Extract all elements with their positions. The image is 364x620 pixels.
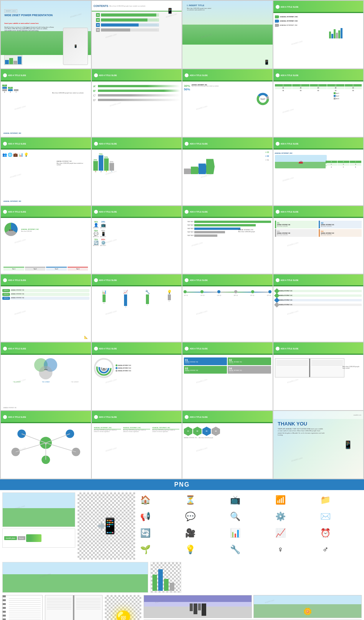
png-small-photos: asadal.com 🌼 asadal.com 🚗: [144, 595, 362, 620]
png-lightbulb: 💡: [105, 595, 141, 620]
slide-08-legend: Item 1 Item 2 Item 3: [334, 92, 361, 100]
slide-07-text-blocks: ASADAL INTERNET, INC More than 3,000,000…: [192, 84, 271, 91]
slide-15-avatar: [185, 210, 189, 214]
slide-04: ADD A TITLE SLIDE ASADAL INTERNET, INC A…: [273, 1, 364, 68]
slide-18-title: ADD A TITLE SLIDE: [99, 279, 117, 281]
slide-07-avatar: [185, 73, 189, 77]
slide-26-title: ADD A TITLE SLIDE: [99, 416, 117, 418]
slide-04-title: ADD A TITLE SLIDE: [281, 6, 299, 8]
icon-speaker: 📢: [137, 509, 153, 524]
wm-grass: asadal.com: [39, 573, 51, 578]
slide-24-header: ADD A TITLE SLIDE: [273, 342, 364, 355]
cont-item-04: 04: [96, 28, 100, 32]
slide-23-title: ADD A TITLE SLIDE: [190, 347, 208, 350]
slide-13-pie: 60%: [2, 221, 20, 239]
icon-tv: 📺: [228, 492, 243, 508]
slide-20-header: ADD A TITLE SLIDE: [273, 274, 364, 287]
slide-26-cols: ASADAL INTERNET, INC More than 3,000,000…: [93, 426, 180, 434]
png-infographic-mini: month plan focus: [2, 529, 75, 548]
svg-text:◉: ◉: [103, 367, 105, 370]
slide-27-avatar: [185, 415, 189, 419]
slide-04-header: ADD A TITLE SLIDE: [273, 1, 364, 13]
slide-21-content: YOU THE CORNER THE CORNER THE CORNER ASA…: [1, 355, 91, 410]
slide-01-title: INSERT LOGO WIDE 29SET POWER PRESENTATIO…: [1, 1, 91, 68]
icon-hourglass: ⏳: [182, 492, 198, 508]
slide-04-avatar: [276, 5, 280, 9]
slide-25-avatar: [3, 415, 7, 419]
slide-07-header: ADD A TITLE SLIDE: [182, 69, 273, 81]
slide-05-company: ASADAL INTERNET, INC: [3, 132, 21, 134]
slide-18: ADD A TITLE SLIDE 📊 A 📈 B 🔧 C: [92, 274, 182, 342]
png-label: PNG: [174, 481, 190, 488]
slide-08-content: H1 H2 H3 H4 H5 A1 A2 A3 A4 A5 B1 B2 B3 B…: [273, 81, 364, 137]
slide-27: ADD A TITLE SLIDE 01 02 03 04 ASADAL INT…: [182, 411, 273, 479]
slide-02-list: 01 1 02 2 03 3 04: [96, 13, 159, 33]
slide-11-header: ADD A TITLE SLIDE: [182, 138, 273, 150]
slide-27-label: ASADAL INTERNET, INC — More than 3,000,0…: [184, 437, 271, 439]
slide-13-avatar: [3, 210, 7, 214]
slide-08: ADD A TITLE SLIDE H1 H2 H3 H4 H5 A1 A2 A…: [273, 69, 364, 137]
icon-barchart: 📊: [228, 525, 243, 541]
slide-03-title-area: I. INSERT TITLE More than 3,000,000 peop…: [187, 4, 229, 11]
slide-07-content: 30% 50% ASADAL INTERNET, INC More than 3…: [182, 81, 273, 137]
slide-10-avatar: [94, 142, 98, 146]
icon-female: ♀: [273, 542, 288, 557]
slide-05-title: ADD A TITLE SLIDE: [8, 74, 26, 76]
icon-settings: ⚙️: [273, 509, 288, 524]
png-row-1: asadal.com month plan focus 📲 🏠: [2, 492, 362, 560]
slide-09-icons: 👥 🌐 💼 📊 💡: [2, 153, 89, 157]
slide-21-header: ADD A TITLE SLIDE: [1, 342, 91, 355]
slide-18-header: ADD A TITLE SLIDE: [92, 274, 182, 287]
slide-27-hexagons: 01 02 03 04: [184, 427, 271, 436]
slide-23-header: ADD A TITLE SLIDE: [182, 342, 273, 355]
svg-line-20: [46, 443, 76, 452]
slide-26: ADD A TITLE SLIDE ASADAL INTERNET, INC M…: [92, 411, 182, 479]
slide-14-title: ADD A TITLE SLIDE: [99, 211, 117, 213]
png-icons-grid: 🏠 ⏳ 📺 📶 📁 📢 💬 🔍 ⚙️ ✉️ 🔄 🎥 📊 📈 ⏰ 🌱: [137, 492, 362, 557]
slide-20-title: ADD A TITLE SLIDE: [281, 279, 299, 281]
slide-01-phone-illustration: 📱: [63, 28, 88, 65]
slide-22-title: ADD A TITLE SLIDE: [99, 347, 117, 350]
slide-25-title: ADD A TITLE SLIDE: [8, 416, 26, 418]
icon-folder: 📁: [318, 492, 333, 508]
slide-01-subtitle: Insert your subtitle or main author's na…: [4, 22, 38, 24]
slide-12-company: ASADAL INTERNET, INC: [275, 152, 362, 154]
icon-tools: 🔧: [228, 542, 243, 557]
slide-14-stats: 46% 👤 ADD TEXT 34% 📺 ADD TEXT: [93, 221, 180, 229]
slide-13-legend: ASADAL INTERNET, INC More than 3,000,000: [21, 228, 39, 232]
slide-21-labels: THE CORNER THE CORNER THE CORNER: [2, 381, 89, 383]
svg-text:TEXT: TEXT: [261, 98, 266, 100]
slide-11-staircase: > 03 > 02 > 01: [184, 153, 271, 174]
slide-05-content: 50% A 23% B C More than 3,000,000 people…: [1, 81, 91, 137]
slide-12-header: ADD A TITLE SLIDE: [273, 138, 364, 150]
slide-20: ADD A TITLE SLIDE ASADAL INTERNET, INC A…: [273, 274, 364, 342]
slide-22-header: ADD A TITLE SLIDE: [92, 342, 182, 355]
slide-24-text: More than 3,000,000 people have visited: [342, 366, 361, 369]
slide-03-desc: More than 3,000,000 people have visited …: [187, 8, 212, 11]
slide-24: ADD A TITLE SLIDE: [273, 342, 364, 410]
slide-13: ADD A TITLE SLIDE 60% ASADAL INTERNET, I…: [1, 206, 91, 274]
slide-12-title: ADD A TITLE SLIDE: [281, 143, 299, 145]
slide-20-chain: ASADAL INTERNET, INC ASADAL INTERNET, IN…: [275, 289, 362, 307]
slide-17-header: ADD A TITLE SLIDE: [1, 274, 91, 287]
slide-09: ADD A TITLE SLIDE 👥 🌐 💼 📊 💡 ASADAL INTER…: [1, 138, 91, 205]
slide-12-car: 🚗: [275, 155, 327, 168]
slide-11: ADD A TITLE SLIDE > 03 > 02 > 01 asadal.…: [182, 138, 273, 205]
slide-03-insert-title: I. INSERT TITLE More than 3,000,000 peop…: [182, 1, 273, 68]
slide-07-donut: TEXT: [256, 92, 270, 107]
slide-23-content: 01 ASADAL INTERNET, INC ADD TEXT 02 ASAD…: [182, 355, 273, 410]
icon-camera: 🎥: [182, 525, 198, 541]
slide-04-chart: [329, 27, 361, 38]
wm-city: asadal.com: [155, 599, 165, 603]
slide-14-header: ADD A TITLE SLIDE: [92, 206, 182, 218]
slide-07: ADD A TITLE SLIDE 30% 50% ASADAL INTERNE…: [182, 69, 273, 137]
slide-21: ADD A TITLE SLIDE YOU THE CORNER THE COR…: [1, 342, 91, 410]
slide-04-item-1: ASADAL INTERNET, INC: [275, 15, 362, 18]
slide-10-content: 25% 🏠 75% 📊 50% 💡 30% 🔧: [92, 150, 182, 205]
slide-15-text: ASADAL INTERNET, INCMore than 3,000,000 …: [238, 229, 270, 233]
slide-23-avatar: [185, 347, 189, 351]
slide-22-content: ◉ ASADAL INTERNET, INC ASADAL INTERNET, …: [92, 355, 182, 410]
slide-05: ADD A TITLE SLIDE 50% A 23% B C: [1, 69, 91, 137]
slide-21-title: ADD A TITLE SLIDE: [8, 347, 26, 350]
slide-11-content: > 03 > 02 > 01: [182, 150, 273, 205]
